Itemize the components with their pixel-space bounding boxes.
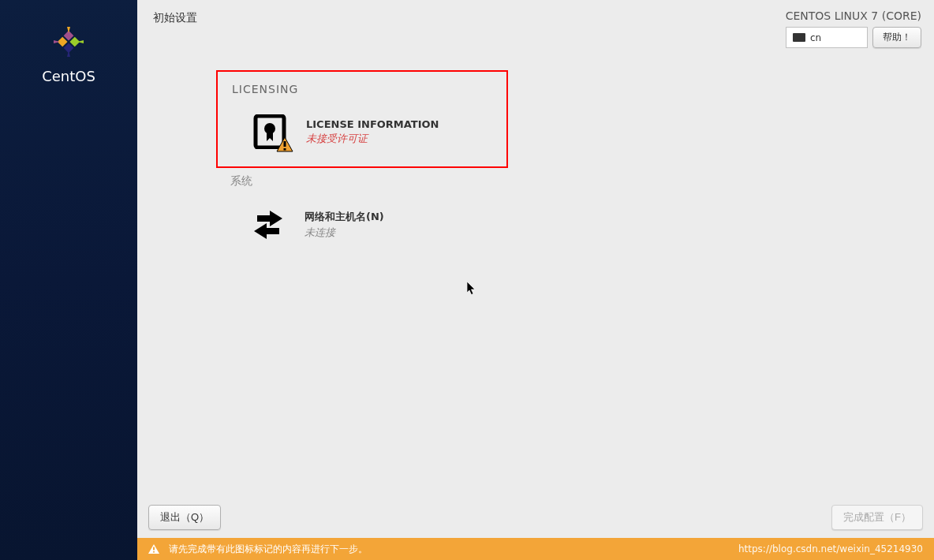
header: 初始设置 CENTOS LINUX 7 (CORE) cn 帮助！	[137, 0, 934, 51]
licensing-section-title: LICENSING	[232, 83, 492, 95]
warning-triangle-icon	[148, 544, 159, 554]
warning-left: 请先完成带有此图标标记的内容再进行下一步。	[148, 543, 368, 556]
svg-rect-8	[153, 547, 155, 551]
licensing-section: LICENSING LICENSE INFORMATION	[216, 70, 508, 168]
network-title: 网络和主机名(N)	[304, 210, 384, 224]
quit-button[interactable]: 退出（Q）	[148, 505, 221, 530]
finish-configuration-button[interactable]: 完成配置（F）	[831, 505, 923, 530]
license-status: 未接受许可证	[306, 132, 439, 146]
distro-name: CENTOS LINUX 7 (CORE)	[786, 9, 921, 22]
svg-rect-7	[284, 148, 286, 151]
centos-logo-icon	[49, 22, 88, 62]
license-information-spoke[interactable]: LICENSE INFORMATION 未接受许可证	[248, 113, 492, 151]
network-hostname-spoke[interactable]: 网络和主机名(N) 未连接	[246, 206, 918, 244]
content-area: LICENSING LICENSE INFORMATION	[137, 51, 934, 244]
sidebar: CentOS	[0, 0, 137, 560]
svg-rect-9	[153, 551, 155, 553]
license-labels: LICENSE INFORMATION 未接受许可证	[306, 118, 439, 146]
network-status: 未连接	[304, 226, 384, 240]
footer-buttons: 退出（Q） 完成配置（F）	[148, 505, 923, 530]
network-arrows-icon	[248, 206, 289, 244]
network-icon-wrap	[246, 206, 290, 244]
help-button[interactable]: 帮助！	[872, 27, 921, 48]
header-controls: cn 帮助！	[786, 27, 921, 48]
system-section-title: 系统	[230, 174, 918, 189]
system-section: 系统 网络和主机名(N) 未连接	[216, 174, 918, 244]
watermark-text: https://blog.csdn.net/weixin_45214930	[738, 543, 923, 554]
license-icon-wrap	[248, 113, 292, 151]
svg-rect-6	[284, 141, 286, 147]
warning-bar: 请先完成带有此图标标记的内容再进行下一步。 https://blog.csdn.…	[137, 538, 934, 560]
brand-text: CentOS	[42, 68, 95, 84]
network-labels: 网络和主机名(N) 未连接	[304, 210, 384, 240]
header-right: CENTOS LINUX 7 (CORE) cn 帮助！	[786, 9, 921, 48]
keyboard-icon	[793, 33, 805, 42]
page-title: 初始设置	[153, 9, 197, 25]
license-title: LICENSE INFORMATION	[306, 118, 439, 130]
main-panel: 初始设置 CENTOS LINUX 7 (CORE) cn 帮助！ LICENS…	[137, 0, 934, 560]
keyboard-indicator[interactable]: cn	[786, 27, 868, 48]
warning-overlay-icon	[276, 136, 293, 152]
keyboard-lang: cn	[810, 32, 821, 43]
warning-message: 请先完成带有此图标标记的内容再进行下一步。	[169, 543, 368, 556]
